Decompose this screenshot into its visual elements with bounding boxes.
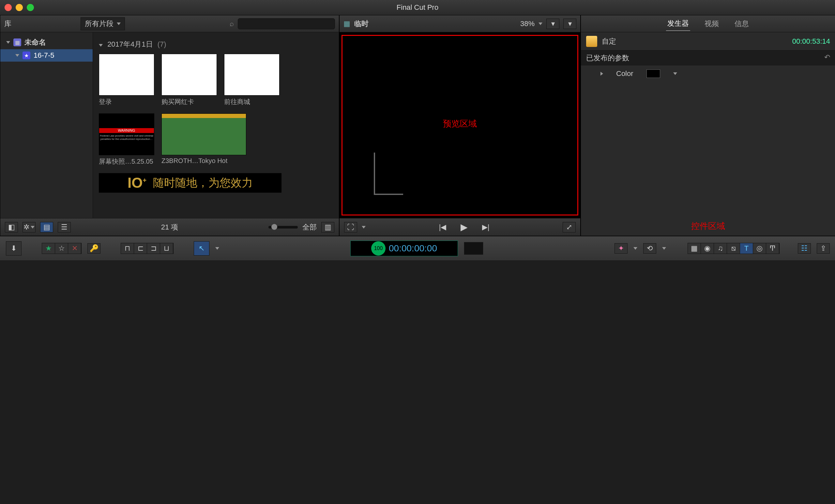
viewer-panel: ▦ 临时 38% ▾ ▾ 预览区域 ⛶ |◀ ▶ ▶| ⤢ (339, 15, 581, 236)
transform-button[interactable]: ⛶ (344, 222, 357, 232)
tab-info[interactable]: 信息 (733, 17, 750, 30)
tab-video[interactable]: 视频 (703, 17, 720, 30)
render-pct: 100 (371, 241, 386, 256)
clip-thumb[interactable]: 前往商城 (224, 54, 280, 106)
titles-browser-button[interactable]: T (740, 243, 753, 254)
event-icon: ★ (22, 51, 30, 59)
clip-thumb[interactable]: IO+随时随地，为您效力 (99, 173, 282, 193)
chevron-down-icon (362, 226, 366, 229)
clip-appearance-button[interactable]: ▥ (321, 222, 334, 232)
param-label: Color (616, 69, 633, 78)
share-button[interactable]: ⇪ (817, 243, 830, 254)
select-tool[interactable]: ↖ (194, 241, 209, 256)
effects-browser-button[interactable]: ▦ (688, 243, 701, 254)
zoom-level[interactable]: 38% (520, 20, 535, 28)
search-icon[interactable]: ⌕ (230, 20, 234, 28)
color-well[interactable] (647, 69, 660, 78)
display-options-button[interactable]: ▾ (563, 19, 576, 29)
chevron-down-icon[interactable] (673, 72, 677, 75)
zoom-icon[interactable] (27, 4, 34, 11)
library-panel: 库 所有片段 ⌕ ▦ 未命名 ★ 16-7-5 (0, 15, 339, 236)
master-timecode: 00:00:00:00 (389, 243, 437, 254)
item-count: 21 项 (161, 223, 178, 231)
date-label: 2017年4月1日 (107, 40, 152, 48)
library-title: 库 (4, 19, 12, 29)
fullscreen-button[interactable]: ⤢ (563, 222, 576, 232)
toggle-sidebar-button[interactable]: ◧ (5, 222, 18, 232)
project-root-label: 未命名 (24, 38, 46, 47)
event-label: 16-7-5 (34, 51, 55, 60)
tab-generator[interactable]: 发生器 (666, 17, 690, 31)
window-controls (4, 4, 34, 11)
enhance-button[interactable]: ✦ (614, 243, 628, 254)
settings-gear-icon[interactable]: ✲ (22, 222, 36, 232)
disclosure-icon (99, 44, 103, 47)
chevron-down-icon (117, 22, 121, 25)
clip-thumb[interactable]: WARNINGFederal Law provides severe civil… (99, 113, 154, 166)
media-browsers: ▦ ◉ ♫ ⧅ T ◎ Ͳ (688, 243, 779, 254)
audio-meter (464, 242, 483, 255)
favorite-button[interactable]: ★ (42, 243, 55, 254)
transitions-browser-button[interactable]: ⧅ (727, 243, 740, 254)
close-icon[interactable] (4, 4, 12, 11)
chevron-down-icon[interactable] (215, 247, 219, 250)
clip-thumb[interactable]: 登录 (99, 54, 154, 106)
library-event[interactable]: ★ 16-7-5 (0, 49, 93, 62)
preset-name: 自定 (602, 37, 616, 46)
reset-icon[interactable]: ↶ (824, 53, 830, 63)
preview-shape (374, 152, 403, 195)
clips-filter-label: 所有片段 (85, 19, 114, 29)
param-section: 已发布的参数 (586, 53, 629, 63)
inspector-panel: 发生器 视频 信息 自定 00:00:53:14 已发布的参数 ↶ Color … (581, 15, 835, 236)
insert-button[interactable]: ⊏ (134, 243, 147, 254)
retime-button[interactable]: ⟲ (643, 243, 656, 254)
clip-group-header[interactable]: 2017年4月1日 (7) (99, 38, 333, 54)
reject-button[interactable]: ✕ (68, 243, 81, 254)
clip-thumb[interactable]: Z3BROTH…Tokyo Hot (161, 113, 246, 166)
disclosure-icon (6, 41, 10, 44)
library-icon: ▦ (13, 39, 21, 46)
view-filmstrip-button[interactable]: ▤ (40, 222, 53, 232)
library-sidebar: ▦ 未命名 ★ 16-7-5 (0, 32, 93, 218)
music-browser-button[interactable]: ♫ (714, 243, 727, 254)
view-list-button[interactable]: ☰ (58, 222, 71, 232)
play-button[interactable]: ▶ (458, 222, 470, 232)
viewer-title: 临时 (354, 19, 369, 29)
clips-filter-dropdown[interactable]: 所有片段 (81, 17, 125, 30)
timecode-display[interactable]: 100 00:00:00:00 (350, 240, 458, 256)
date-count: (7) (158, 40, 166, 48)
window-titlebar: Final Cut Pro (0, 0, 835, 15)
import-button[interactable]: ⬇ (6, 241, 22, 256)
minimize-icon[interactable] (16, 4, 23, 11)
clip-thumb[interactable]: 购买网红卡 (161, 54, 217, 106)
annotation-label: 预览区域 (443, 118, 477, 129)
keyword-button[interactable]: 🔑 (87, 243, 100, 254)
disclosure-icon (15, 54, 19, 57)
thumb-size-slider[interactable] (268, 226, 298, 229)
unrate-button[interactable]: ☆ (55, 243, 68, 254)
timeline-index-button[interactable]: ☷ (798, 243, 811, 254)
photos-browser-button[interactable]: ◉ (701, 243, 714, 254)
view-options-button[interactable]: ▾ (546, 19, 559, 29)
app-title: Final Cut Pro (396, 3, 439, 12)
disclosure-icon[interactable] (600, 72, 603, 76)
annotation-box: 预览区域 (342, 35, 578, 215)
preset-icon (586, 36, 597, 47)
library-project-root[interactable]: ▦ 未命名 (0, 36, 93, 49)
chevron-down-icon (538, 22, 543, 25)
preset-duration: 00:00:53:14 (792, 37, 830, 46)
annotation-label: 控件区域 (691, 220, 725, 232)
themes-browser-button[interactable]: Ͳ (766, 243, 779, 254)
range-label: 全部 (302, 222, 317, 232)
prev-edit-button[interactable]: |◀ (436, 222, 449, 232)
connect-button[interactable]: ⊓ (121, 243, 134, 254)
clapper-icon: ▦ (344, 20, 350, 28)
generators-browser-button[interactable]: ◎ (753, 243, 766, 254)
library-search-input[interactable] (238, 18, 335, 29)
next-edit-button[interactable]: ▶| (480, 222, 492, 232)
append-button[interactable]: ⊐ (147, 243, 160, 254)
overwrite-button[interactable]: ⊔ (160, 243, 173, 254)
